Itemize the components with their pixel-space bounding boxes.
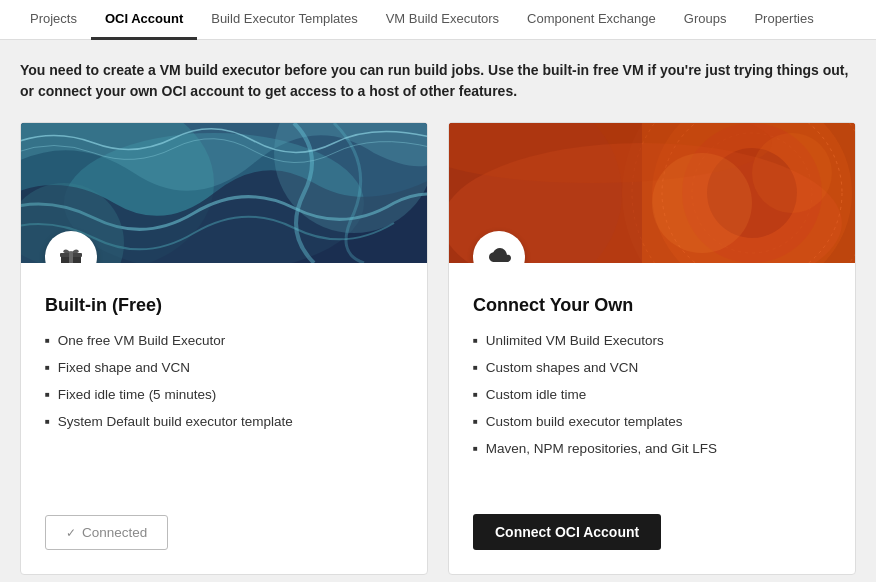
svg-point-8 (69, 251, 73, 255)
connect-own-card: Connect Your Own Unlimited VM Build Exec… (448, 122, 856, 575)
builtin-card: Built-in (Free) One free VM Build Execut… (20, 122, 428, 575)
nav-item-groups[interactable]: Groups (670, 0, 741, 40)
connect-oci-button[interactable]: Connect OCI Account (473, 514, 661, 550)
list-item: Custom idle time (473, 386, 831, 405)
list-item: Unlimited VM Build Executors (473, 332, 831, 351)
list-item: Fixed idle time (5 minutes) (45, 386, 403, 405)
gift-icon (57, 243, 85, 263)
nav-item-projects[interactable]: Projects (16, 0, 91, 40)
connect-own-card-image (449, 123, 855, 263)
nav-item-build-executor-templates[interactable]: Build Executor Templates (197, 0, 371, 40)
connected-label: Connected (82, 525, 147, 540)
nav-item-properties[interactable]: Properties (740, 0, 827, 40)
nav-item-component-exchange[interactable]: Component Exchange (513, 0, 670, 40)
list-item: Custom build executor templates (473, 413, 831, 432)
check-icon: ✓ (66, 526, 76, 540)
connect-own-feature-list: Unlimited VM Build Executors Custom shap… (473, 332, 831, 466)
connect-own-card-body: Connect Your Own Unlimited VM Build Exec… (449, 263, 855, 514)
builtin-card-image (21, 123, 427, 263)
cards-container: Built-in (Free) One free VM Build Execut… (20, 122, 856, 575)
list-item: Fixed shape and VCN (45, 359, 403, 378)
nav-item-vm-build-executors[interactable]: VM Build Executors (372, 0, 513, 40)
connected-button[interactable]: ✓ Connected (45, 515, 168, 550)
main-content: You need to create a VM build executor b… (0, 40, 876, 582)
list-item: One free VM Build Executor (45, 332, 403, 351)
builtin-card-title: Built-in (Free) (45, 295, 403, 316)
list-item: Custom shapes and VCN (473, 359, 831, 378)
list-item: System Default build executor template (45, 413, 403, 432)
builtin-feature-list: One free VM Build Executor Fixed shape a… (45, 332, 403, 467)
builtin-card-footer: ✓ Connected (21, 515, 427, 574)
connect-own-card-title: Connect Your Own (473, 295, 831, 316)
list-item: Maven, NPM repositories, and Git LFS (473, 440, 831, 459)
svg-point-21 (652, 153, 752, 253)
cloud-icon (484, 245, 514, 263)
nav-item-oci-account[interactable]: OCI Account (91, 0, 197, 40)
intro-text: You need to create a VM build executor b… (20, 60, 856, 102)
connect-own-card-footer: Connect OCI Account (449, 514, 855, 574)
nav-bar: Projects OCI Account Build Executor Temp… (0, 0, 876, 40)
builtin-card-body: Built-in (Free) One free VM Build Execut… (21, 263, 427, 515)
svg-point-22 (752, 133, 832, 213)
